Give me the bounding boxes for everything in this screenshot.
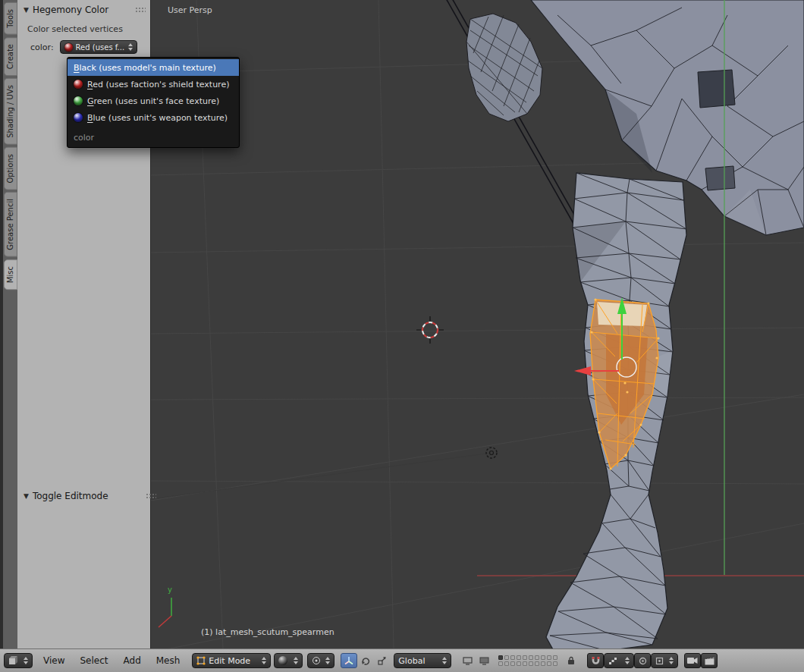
snap-element-dropdown[interactable] [604, 653, 634, 668]
camera-icon [687, 657, 698, 664]
mesh-menu[interactable]: Mesh [149, 655, 188, 666]
pivot-center-icon [312, 656, 321, 665]
tab-create[interactable]: Create [4, 37, 17, 76]
menu-item-red[interactable]: Red (uses faction's shield texture) [68, 76, 239, 93]
opengl-render-button[interactable] [684, 653, 701, 668]
layer-dot[interactable] [498, 661, 503, 666]
collapse-triangle-icon: ▼ [24, 6, 29, 14]
red-sphere-icon [74, 80, 83, 89]
layer-dot[interactable] [547, 661, 551, 666]
color-property-row: color: Red (uses f... [17, 39, 150, 54]
tab-tools[interactable]: Tools [4, 2, 17, 35]
layer-dot[interactable] [504, 655, 509, 660]
layer-dot[interactable] [510, 655, 515, 660]
add-menu[interactable]: Add [116, 655, 149, 666]
shading-sphere-icon [278, 656, 287, 665]
menu-item-blue[interactable]: Blue (uses unit's weapon texture) [68, 109, 239, 126]
axis-tripod-icon [344, 656, 353, 665]
orientation-dropdown[interactable]: Global [394, 653, 451, 668]
rotate-arc-icon [361, 656, 370, 665]
updown-arrows-icon [669, 657, 674, 664]
tab-grease-pencil[interactable]: Grease Pencil [4, 192, 17, 257]
updown-arrows-icon [625, 657, 630, 664]
color-property-label: color: [30, 42, 54, 52]
mode-value: Edit Mode [209, 656, 259, 666]
menu-item-label: Green (uses unit's face texture) [87, 96, 219, 106]
viewport-shading-dropdown[interactable] [274, 653, 303, 668]
tab-shading-uvs[interactable]: Shading / UVs [4, 78, 17, 145]
layer-dot[interactable] [504, 661, 509, 666]
menu-item-black[interactable]: Black (uses model's main texture) [68, 59, 239, 76]
active-object-label: (1) lat_mesh_scutum_spearmen [201, 627, 334, 637]
layer-dot[interactable] [523, 661, 527, 666]
manipulator-scale-button[interactable] [374, 653, 391, 668]
updown-arrows-icon [24, 657, 28, 664]
menu-item-label: Black (uses model's main texture) [74, 63, 216, 73]
screen-display-button[interactable] [459, 653, 476, 668]
green-sphere-icon [74, 96, 83, 105]
opengl-render-animation-button[interactable] [701, 653, 718, 668]
color-enum-value: Red (uses f... [76, 43, 125, 52]
lock-button[interactable] [563, 653, 579, 668]
panel-header-hegemony-color[interactable]: ▼ Hegemony Color [17, 0, 150, 18]
film-clapper-icon [705, 657, 714, 665]
layer-dot[interactable] [535, 655, 539, 660]
layer-dot[interactable] [553, 661, 557, 666]
viewport-editor-icon [8, 656, 19, 665]
manipulator-toggle-button[interactable] [341, 653, 357, 668]
viewport-header-bar: View Select Add Mesh Edit Mode [0, 648, 804, 672]
viewport-mesh-svg [151, 0, 804, 648]
panel-header-toggle-editmode[interactable]: ▼ Toggle Editmode [17, 486, 161, 504]
snap-target-icon [639, 657, 647, 665]
color-enum-dropdown[interactable]: Red (uses f... [60, 40, 137, 54]
snap-toggle-button[interactable] [587, 653, 604, 668]
layer-dot[interactable] [517, 661, 521, 666]
layer-dot[interactable] [529, 661, 533, 666]
mode-dropdown[interactable]: Edit Mode [192, 653, 271, 668]
panel-title: Toggle Editmode [33, 491, 108, 501]
layer-dot[interactable] [535, 661, 539, 666]
snap-mode-dropdown[interactable] [651, 653, 678, 668]
layer-dot[interactable] [510, 661, 515, 666]
screen-display-button[interactable] [476, 653, 492, 668]
tab-misc[interactable]: Misc [4, 259, 17, 290]
layer-dot[interactable] [529, 655, 533, 660]
updown-arrows-icon [262, 657, 266, 664]
snap-target-button[interactable] [634, 653, 651, 668]
screen-icon [479, 657, 489, 665]
blue-sphere-icon [74, 113, 83, 122]
menu-item-green[interactable]: Green (uses unit's face texture) [68, 93, 239, 109]
cursor-3d [416, 316, 444, 344]
layer-dot[interactable] [547, 655, 551, 660]
layer-dot[interactable] [553, 655, 557, 660]
color-dropdown-menu: Black (uses model's main texture) Red (u… [67, 57, 240, 148]
snap-mode-icon [655, 657, 664, 665]
updown-arrows-icon [294, 657, 298, 664]
layer-dot[interactable] [541, 655, 545, 660]
select-menu[interactable]: Select [72, 655, 115, 666]
manipulator-rotate-button[interactable] [357, 653, 374, 668]
layer-dot[interactable] [541, 661, 545, 666]
editor-type-button[interactable] [4, 653, 33, 668]
layer-dot[interactable] [517, 655, 521, 660]
panel-drag-dots-icon[interactable] [135, 7, 146, 14]
layers-widget[interactable] [498, 655, 558, 667]
hand-mesh [466, 14, 542, 121]
panel-title: Hegemony Color [33, 5, 108, 15]
view-perspective-label: User Persp [168, 5, 212, 15]
viewport-3d[interactable]: User Persp (1) lat_mesh_scutum_spearmen … [151, 0, 804, 648]
screen-icon [463, 657, 473, 665]
updown-arrows-icon [442, 657, 447, 664]
pivot-point-dropdown[interactable] [307, 653, 334, 668]
updown-arrows-icon [325, 657, 330, 664]
empty-object[interactable] [151, 447, 497, 499]
updown-arrows-icon [128, 43, 133, 51]
tab-options[interactable]: Options [4, 147, 17, 190]
panel-drag-dots-icon[interactable] [146, 493, 156, 500]
view-menu[interactable]: View [36, 655, 72, 666]
snap-increment-icon [608, 657, 617, 665]
layer-dot[interactable] [498, 655, 503, 660]
orientation-value: Global [398, 656, 439, 666]
collapse-triangle-icon: ▼ [24, 492, 29, 500]
layer-dot[interactable] [523, 655, 527, 660]
